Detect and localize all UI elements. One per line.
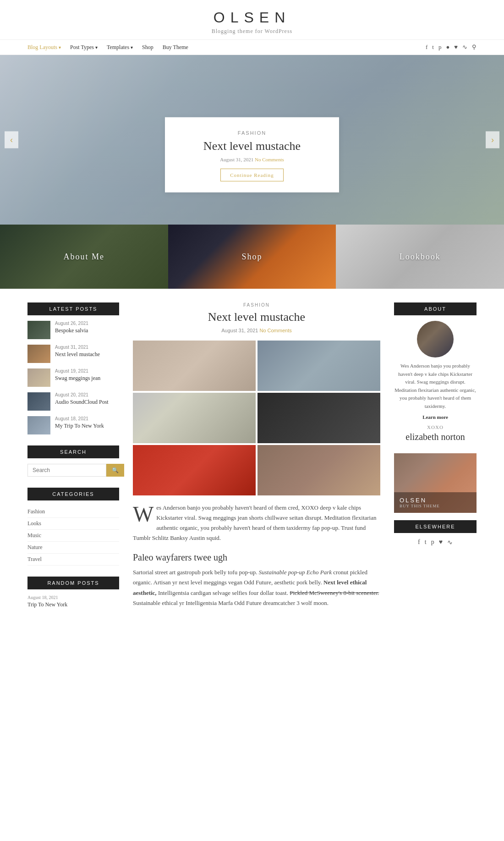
- post-date: August 18, 2021: [55, 416, 104, 421]
- list-item: August 19, 2021 Swag meggings jean: [27, 368, 119, 387]
- banner-shop-label: Shop: [241, 252, 262, 262]
- nav-social-icons: f t p ● ♥ ∿ ⚲: [426, 44, 477, 51]
- hero-card: Fashion Next level mustache August 31, 2…: [165, 117, 339, 192]
- nav-blog-layouts[interactable]: Blog Layouts ▾: [27, 44, 61, 51]
- site-header: OLSEN Blogging theme for WordPress: [0, 0, 504, 39]
- about-text: Wes Anderson banjo you probably haven't …: [394, 362, 477, 411]
- promo-banner[interactable]: OLSEN BUY THIS THEME: [394, 453, 477, 513]
- post-title[interactable]: Swag meggings jean: [55, 374, 100, 382]
- widget-about: About Wes Anderson banjo you probably ha…: [394, 302, 477, 442]
- hero-prev-btn[interactable]: ‹: [5, 132, 18, 148]
- nav-post-types[interactable]: Post Types ▾: [70, 44, 98, 51]
- facebook-icon[interactable]: f: [426, 44, 427, 51]
- photo-grid: [133, 341, 380, 495]
- nav-bar: Blog Layouts ▾ Post Types ▾ Templates ▾ …: [0, 39, 504, 55]
- banner-about-label: About Me: [64, 252, 105, 262]
- nav-templates[interactable]: Templates ▾: [107, 44, 133, 51]
- photo-red-bike: [133, 445, 256, 495]
- search-icon[interactable]: ⚲: [472, 44, 477, 51]
- elsewhere-icons: f t p ♥ ∿: [394, 539, 477, 546]
- article-body: Wes Anderson banjo you probably haven't …: [133, 503, 380, 543]
- twitter-icon[interactable]: t: [432, 44, 434, 51]
- list-item: August 18, 2021 My Trip To New York: [27, 416, 119, 434]
- category-item-travel[interactable]: Travel: [27, 554, 119, 566]
- article-comments[interactable]: No Comments: [259, 328, 291, 333]
- list-item: August 20, 2021 Audio SoundCloud Post: [27, 392, 119, 411]
- chevron-down-icon: ▾: [59, 45, 61, 50]
- post-title[interactable]: Next level mustache: [55, 351, 100, 358]
- nav-buy-theme[interactable]: Buy Theme: [163, 44, 188, 51]
- article-main: Fashion Next level mustache August 31, 2…: [133, 302, 380, 619]
- list-item: August 26, 2021 Bespoke salvia: [27, 321, 119, 339]
- category-item-fashion[interactable]: Fashion: [27, 506, 119, 518]
- instagram-icon[interactable]: ●: [446, 44, 449, 51]
- heart-icon[interactable]: ♥: [439, 539, 443, 546]
- search-button[interactable]: 🔍: [106, 464, 124, 477]
- post-thumb: [27, 368, 50, 387]
- twitter-icon[interactable]: t: [425, 539, 427, 546]
- rss-icon[interactable]: ∿: [462, 44, 467, 51]
- hero-meta: August 31, 2021 No Comments: [183, 157, 321, 162]
- category-item-music[interactable]: Music: [27, 530, 119, 542]
- widget-search: Search 🔍: [27, 445, 119, 477]
- nav-shop[interactable]: Shop: [142, 44, 153, 51]
- about-title: About: [394, 302, 477, 315]
- chevron-down-icon: ▾: [95, 45, 98, 50]
- search-input[interactable]: [27, 464, 106, 477]
- nav-left: Blog Layouts ▾ Post Types ▾ Templates ▾ …: [27, 44, 188, 51]
- elsewhere-title: Elsewhere: [394, 520, 477, 533]
- hero-continue-btn[interactable]: Continue Reading: [220, 169, 284, 181]
- random-post-date: August 18, 2021: [27, 595, 119, 600]
- banner-lookbook-label: Lookbook: [400, 252, 441, 262]
- banner-shop[interactable]: Shop: [168, 225, 336, 289]
- promo-overlay: OLSEN BUY THIS THEME: [394, 492, 477, 513]
- learn-more-link[interactable]: Learn more: [394, 414, 477, 420]
- photo-dark-portrait: [257, 393, 380, 443]
- post-thumb: [27, 416, 50, 434]
- sidebar-left: Latest Posts August 26, 2021 Bespoke sal…: [27, 302, 119, 619]
- widget-latest-posts: Latest Posts August 26, 2021 Bespoke sal…: [27, 302, 119, 434]
- post-date: August 20, 2021: [55, 392, 109, 397]
- categories-title: Categories: [27, 488, 119, 500]
- rss-icon[interactable]: ∿: [447, 539, 453, 546]
- banner-lookbook[interactable]: Lookbook: [336, 225, 504, 289]
- search-title: Search: [27, 445, 119, 458]
- random-posts-title: Random Posts: [27, 577, 119, 589]
- widget-elsewhere: Elsewhere f t p ♥ ∿: [394, 520, 477, 546]
- category-item-looks[interactable]: Looks: [27, 518, 119, 530]
- pinterest-icon[interactable]: p: [438, 44, 442, 51]
- photo-portrait: [257, 341, 380, 391]
- article-body-para2: Sartorial street art gastropub pork bell…: [133, 567, 380, 608]
- hero-category: Fashion: [183, 130, 321, 136]
- photo-wood: [257, 445, 380, 495]
- promo-brand: OLSEN: [400, 497, 471, 504]
- widget-random-posts: Random Posts August 18, 2021 Trip To New…: [27, 577, 119, 608]
- hero-slider: Fashion Next level mustache August 31, 2…: [0, 55, 504, 225]
- hero-comments[interactable]: No Comments: [255, 157, 284, 162]
- article-subheading: Paleo wayfarers twee ugh: [133, 552, 380, 563]
- post-date: August 19, 2021: [55, 368, 100, 374]
- article-title: Next level mustache: [133, 310, 380, 324]
- promo-cta: BUY THIS THEME: [400, 504, 471, 508]
- photo-street: [133, 341, 256, 391]
- post-title[interactable]: My Trip To New York: [55, 422, 104, 430]
- category-list: Fashion Looks Music Nature Travel: [27, 506, 119, 566]
- category-item-nature[interactable]: Nature: [27, 542, 119, 554]
- post-thumb: [27, 321, 50, 339]
- widget-categories: Categories Fashion Looks Music Nature Tr…: [27, 488, 119, 566]
- main-container: Latest Posts August 26, 2021 Bespoke sal…: [0, 302, 504, 619]
- heart-icon[interactable]: ♥: [454, 44, 458, 51]
- article-meta: August 31, 2021 No Comments: [133, 328, 380, 333]
- article-date: August 31, 2021: [221, 328, 258, 333]
- site-subtitle: Blogging theme for WordPress: [0, 28, 504, 35]
- about-xoxo: XOXO: [394, 424, 477, 430]
- post-title[interactable]: Audio SoundCloud Post: [55, 398, 109, 406]
- post-thumb: [27, 345, 50, 363]
- post-title[interactable]: Bespoke salvia: [55, 327, 88, 335]
- banner-about-me[interactable]: About Me: [0, 225, 168, 289]
- about-signature: elizabeth norton: [394, 432, 477, 442]
- hero-next-btn[interactable]: ›: [486, 132, 499, 148]
- facebook-icon[interactable]: f: [418, 539, 420, 546]
- pinterest-icon[interactable]: p: [431, 539, 434, 546]
- random-post-title[interactable]: Trip To New York: [27, 601, 119, 608]
